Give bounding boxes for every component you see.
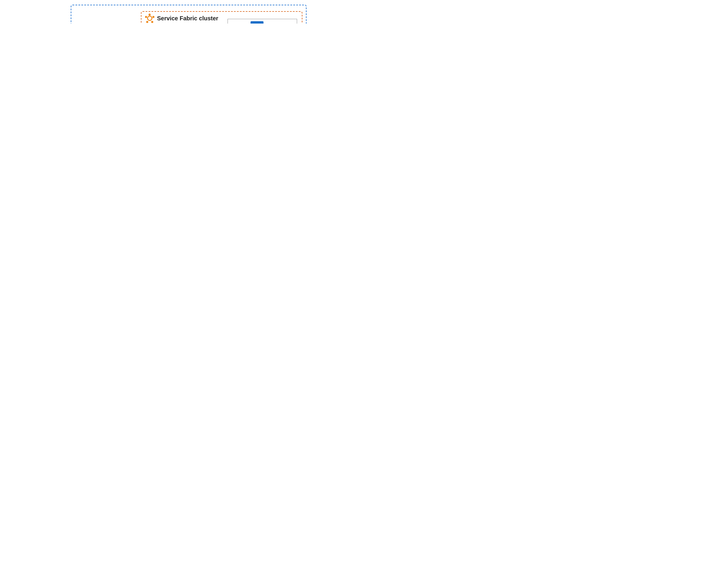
primary-node: Virtual machine scale sets Primary node … xyxy=(227,21,297,24)
vmss-icon xyxy=(250,21,274,24)
sf-cluster-title: Service Fabric cluster xyxy=(157,15,218,21)
service-fabric-icon xyxy=(146,14,154,22)
sf-cluster-title-row: Service Fabric cluster xyxy=(146,14,218,22)
